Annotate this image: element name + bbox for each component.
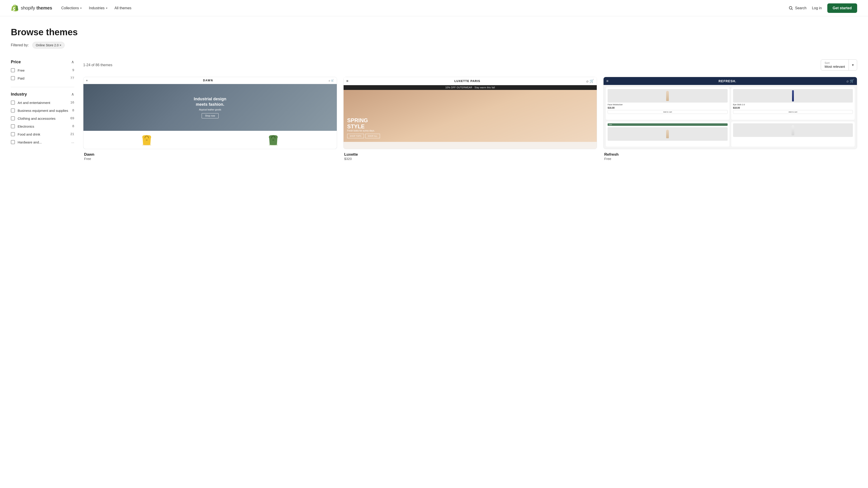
dawn-shop-now-button[interactable]: Shop now [202, 113, 218, 119]
product-3-icon [666, 130, 669, 138]
industry-filter-section: Industry ∧ Art and entertainment 16 Busi… [11, 92, 74, 144]
svg-point-4 [272, 139, 274, 141]
refresh-theme-price: Free [604, 157, 856, 161]
dawn-preview: ≡ DAWN ⌕ 🛒 Industrial designmeets fashio… [83, 77, 337, 149]
svg-point-2 [146, 139, 148, 141]
filter-tag[interactable]: Online Store 2.0 × [32, 42, 65, 48]
refresh-product-4-image [733, 123, 853, 137]
industry-3-count: 8 [72, 124, 74, 128]
price-section-title: Price [11, 60, 21, 64]
all-themes-nav-link[interactable]: All themes [115, 6, 131, 10]
luxette-topbar: ≡ LUXETTE PARIS ⌕ 🛒 [344, 77, 597, 85]
sort-value: Most relevant [825, 65, 845, 68]
dawn-products [84, 131, 337, 149]
price-free-count: 9 [72, 68, 74, 72]
sort-label-area: Sort Most relevant [821, 60, 848, 70]
price-free-checkbox[interactable] [11, 68, 15, 72]
sale-badge: Sale [608, 123, 727, 126]
theme-card-luxette[interactable]: ≡ LUXETTE PARIS ⌕ 🛒 10% OFF OUTERWEAR · … [343, 77, 597, 161]
luxette-shop-tops-button[interactable]: SHOP TOPS [347, 134, 364, 138]
theme-grid: ≡ DAWN ⌕ 🛒 Industrial designmeets fashio… [83, 77, 857, 161]
filter-tag-text: Online Store 2.0 × [36, 43, 61, 47]
results-count: 1-24 of 86 themes [83, 63, 112, 67]
refresh-card-info: Refresh Free [603, 149, 857, 161]
industry-3-checkbox[interactable] [11, 124, 15, 128]
collections-nav-link[interactable]: Collections ▾ [61, 6, 82, 10]
luxette-card-info: Luxette $320 [343, 149, 597, 161]
price-filter-paid: Paid 77 [11, 76, 74, 80]
nav-right: Search Log in Get started [789, 3, 857, 13]
industry-section-title: Industry [11, 92, 27, 97]
refresh-preview: ≡ REFRESH. ⌕ 🛒 Face Moisturizer $16.00 A… [603, 77, 857, 149]
industry-2-checkbox[interactable] [11, 116, 15, 121]
cream-tube-icon [666, 91, 669, 101]
get-started-button[interactable]: Get started [827, 3, 857, 13]
industry-1-count: 8 [72, 108, 74, 112]
refresh-product-4 [731, 122, 855, 147]
price-paid-count: 77 [70, 76, 74, 80]
dawn-product-1 [84, 131, 210, 149]
industry-5-count: ... [71, 140, 74, 144]
refresh-product-1-image [608, 89, 727, 103]
refresh-menu-icon: ≡ [606, 79, 608, 83]
refresh-add-to-cart-2-button[interactable]: Add to cart [733, 110, 853, 114]
luxette-menu-icon: ≡ [346, 79, 348, 83]
industry-1-checkbox[interactable] [11, 108, 15, 112]
search-icon [789, 6, 793, 10]
product-4-icon [792, 125, 794, 135]
price-paid-label: Paid [18, 76, 24, 80]
nav-links: Collections ▾ Industries ▾ All themes [61, 6, 131, 10]
sort-label: Sort [825, 61, 845, 65]
content-header: 1-24 of 86 themes Sort Most relevant ▾ [83, 59, 857, 70]
dawn-theme-name: Dawn [84, 152, 336, 157]
logo-text: shopify themes [21, 5, 52, 11]
bag-icon-2 [268, 134, 278, 145]
industry-1-label: Business equipment and supplies [18, 108, 68, 113]
industries-nav-link[interactable]: Industries ▾ [89, 6, 107, 10]
filter-label: Filtered by: [11, 43, 29, 47]
dawn-hero: Industrial designmeets fashion. Atypical… [84, 84, 337, 131]
industry-4-checkbox[interactable] [11, 132, 15, 136]
dawn-card-info: Dawn Free [83, 149, 337, 161]
search-button[interactable]: Search [789, 6, 807, 10]
industry-filter-3: Electronics 8 [11, 124, 74, 129]
price-filter-section: Price ∧ Free 9 Paid 77 [11, 59, 74, 80]
industry-2-label: Clothing and accessories [18, 116, 56, 121]
price-collapse-icon: ∧ [71, 59, 74, 64]
navigation: shopify themes Collections ▾ Industries … [0, 0, 868, 16]
login-button[interactable]: Log in [812, 6, 822, 10]
industry-filter-0: Art and entertainment 16 [11, 100, 74, 105]
dawn-theme-price: Free [84, 157, 336, 161]
sort-chevron-icon[interactable]: ▾ [849, 63, 857, 67]
bag-icon-1 [142, 134, 152, 145]
logo[interactable]: shopify themes [11, 4, 52, 12]
price-section-header[interactable]: Price ∧ [11, 59, 74, 64]
price-paid-checkbox[interactable] [11, 76, 15, 80]
theme-card-dawn[interactable]: ≡ DAWN ⌕ 🛒 Industrial designmeets fashio… [83, 77, 337, 161]
main-layout: Price ∧ Free 9 Paid 77 Ind [0, 54, 868, 171]
dawn-topbar: ≡ DAWN ⌕ 🛒 [84, 77, 337, 84]
hero-section: Browse themes Filtered by: Online Store … [0, 16, 868, 54]
collections-chevron-icon: ▾ [80, 6, 82, 10]
nav-left: shopify themes Collections ▾ Industries … [11, 4, 131, 12]
industry-filter-1: Business equipment and supplies 8 [11, 108, 74, 113]
sort-dropdown[interactable]: Sort Most relevant ▾ [821, 59, 857, 70]
industry-4-count: 21 [70, 132, 74, 136]
industry-filter-4: Food and drink 21 [11, 132, 74, 137]
shopify-logo-icon [11, 4, 19, 12]
filter-row: Filtered by: Online Store 2.0 × [11, 42, 857, 48]
refresh-product-3-image [608, 127, 727, 141]
industry-filter-5: Hardware and... ... [11, 140, 74, 144]
luxette-theme-price: $320 [344, 157, 596, 161]
luxette-shop-all-button[interactable]: SHOP ALL [365, 134, 380, 138]
refresh-add-to-cart-1-button[interactable]: Add to cart [608, 110, 727, 114]
price-filter-free: Free 9 [11, 68, 74, 73]
dawn-product-2 [210, 131, 337, 149]
theme-card-refresh[interactable]: ≡ REFRESH. ⌕ 🛒 Face Moisturizer $16.00 A… [603, 77, 857, 161]
price-free-label: Free [18, 68, 25, 73]
industry-5-checkbox[interactable] [11, 140, 15, 144]
industry-filter-2: Clothing and accessories 69 [11, 116, 74, 121]
industry-section-header[interactable]: Industry ∧ [11, 92, 74, 97]
industries-chevron-icon: ▾ [106, 6, 107, 10]
industry-0-checkbox[interactable] [11, 101, 15, 105]
